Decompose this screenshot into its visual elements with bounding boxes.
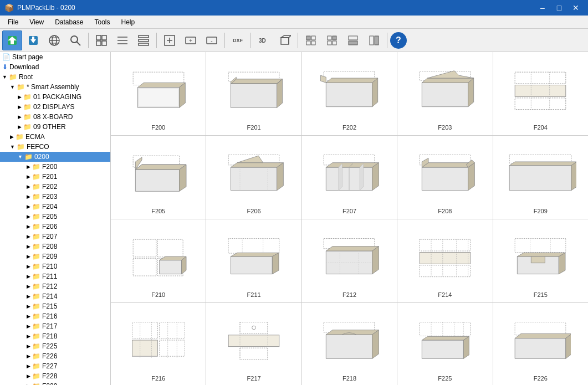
sidebar-item-packaging[interactable]: ▶ 📁 01 PACKAGING [0,92,110,102]
expand-smart[interactable]: ▼ [10,84,15,90]
menu-file[interactable]: File [2,17,24,27]
expand-fefco[interactable]: ▼ [10,144,15,150]
grid-cell-f214[interactable]: F214 [397,219,492,302]
toolbar-view2-button[interactable] [322,30,342,50]
sidebar-item-root[interactable]: ▼ 📁 Root [0,72,110,82]
sidebar-item-f202[interactable]: ▶ 📁 F202 [0,182,110,192]
sidebar-item-f226[interactable]: ▶ 📁 F226 [0,351,110,361]
toolbar-dxf-button[interactable]: DXF [228,30,248,50]
sidebar-item-0200[interactable]: ▼ 📁 0200 [0,152,110,162]
sidebar-item-f212[interactable]: ▶ 📁 F212 [0,281,110,291]
sidebar-item-f210[interactable]: ▶ 📁 F210 [0,261,110,271]
expand-f218[interactable]: ▶ [27,333,30,339]
grid-cell-f216[interactable]: F216 [111,303,206,385]
toolbar-view1-button[interactable] [301,30,321,50]
sidebar-item-f211[interactable]: ▶ 📁 F211 [0,271,110,281]
sidebar-item-f217[interactable]: ▶ 📁 F217 [0,321,110,331]
toolbar-3d2-button[interactable] [275,30,295,50]
expand-f214[interactable]: ▶ [27,294,30,299]
sidebar-item-f214[interactable]: ▶ 📁 F214 [0,291,110,301]
expand-f208[interactable]: ▶ [27,244,30,249]
sidebar-item-f227[interactable]: ▶ 📁 F227 [0,361,110,371]
expand-f210[interactable]: ▶ [27,264,30,269]
toolbar-home-button[interactable] [2,30,22,50]
sidebar-item-f215[interactable]: ▶ 📁 F215 [0,301,110,311]
toolbar-download-button[interactable] [23,30,43,50]
sidebar-item-displays[interactable]: ▶ 📁 02 DISPLAYS [0,102,110,112]
menu-help[interactable]: Help [116,17,141,27]
expand-f205[interactable]: ▶ [27,214,30,219]
toolbar-zoom-in-button[interactable]: + [181,30,201,50]
grid-cell-f209[interactable]: F209 [493,136,588,219]
toolbar-grid2-button[interactable] [113,30,132,50]
expand-f207[interactable]: ▶ [27,234,30,239]
sidebar-item-f209[interactable]: ▶ 📁 F209 [0,251,110,261]
expand-f209[interactable]: ▶ [27,254,30,259]
expand-f202[interactable]: ▶ [27,184,30,189]
menu-database[interactable]: Database [49,17,89,27]
expand-xb[interactable]: ▶ [18,114,22,120]
expand-f228[interactable]: ▶ [27,373,30,379]
toolbar-zoom-fit-button[interactable] [160,30,180,50]
toolbar-search-button[interactable] [65,30,85,50]
menu-view[interactable]: View [24,17,49,27]
grid-cell-f218[interactable]: F218 [302,303,397,385]
grid-cell-f217[interactable]: F217 [206,303,301,385]
grid-cell-f200[interactable]: F200 [111,52,206,135]
toolbar-3d1-button[interactable]: 3D [254,30,274,50]
sidebar-item-fefco[interactable]: ▼ 📁 FEFCO [0,142,110,152]
sidebar-item-smartassembly[interactable]: ▼ 📁 * Smart Assembly [0,82,110,92]
expand-f215[interactable]: ▶ [27,304,30,309]
sidebar-item-f225[interactable]: ▶ 📁 F225 [0,341,110,351]
maximize-button[interactable]: □ [551,2,567,14]
sidebar-item-other[interactable]: ▶ 📁 09 OTHER [0,122,110,132]
sidebar-item-f206[interactable]: ▶ 📁 F206 [0,222,110,232]
sidebar-item-f200[interactable]: ▶ 📁 F200 [0,162,110,172]
grid-cell-f211[interactable]: F211 [206,219,301,302]
expand-f227[interactable]: ▶ [27,363,30,369]
expand-f216[interactable]: ▶ [27,314,30,319]
toolbar-view4-button[interactable] [364,30,384,50]
expand-f204[interactable]: ▶ [27,204,30,209]
expand-f211[interactable]: ▶ [27,274,30,279]
expand-f201[interactable]: ▶ [27,174,30,179]
grid-cell-f208[interactable]: F208 [397,136,492,219]
expand-disp[interactable]: ▶ [18,104,22,110]
menu-tools[interactable]: Tools [89,17,116,27]
expand-f200[interactable]: ▶ [27,164,30,170]
toolbar-help-button[interactable]: ? [390,32,407,49]
expand-ecma[interactable]: ▶ [10,134,14,140]
sidebar-item-f203[interactable]: ▶ 📁 F203 [0,192,110,202]
sidebar-item-xboard[interactable]: ▶ 📁 08 X-BOARD [0,112,110,122]
sidebar-item-f208[interactable]: ▶ 📁 F208 [0,242,110,251]
close-button[interactable]: ✕ [568,2,584,14]
toolbar-grid3-button[interactable] [134,30,154,50]
sidebar-item-ecma[interactable]: ▶ 📁 ECMA [0,132,110,142]
toolbar-zoom-out-button[interactable]: - [202,30,222,50]
expand-f226[interactable]: ▶ [27,353,30,359]
sidebar-item-f204[interactable]: ▶ 📁 F204 [0,202,110,212]
expand-f225[interactable]: ▶ [27,343,30,349]
grid-cell-f210[interactable]: F210 [111,219,206,302]
sidebar-item-f218[interactable]: ▶ 📁 F218 [0,331,110,341]
expand-oth[interactable]: ▶ [18,124,22,130]
grid-cell-f203[interactable]: F203 [397,52,492,135]
toolbar-globe-button[interactable] [44,30,64,50]
grid-cell-f207[interactable]: F207 [302,136,397,219]
grid-cell-f202[interactable]: F202 [302,52,397,135]
sidebar-item-f229[interactable]: ▶ 📁 F229 [0,381,110,385]
expand-0200[interactable]: ▼ [18,154,23,160]
sidebar-item-f216[interactable]: ▶ 📁 F216 [0,311,110,321]
grid-cell-f212[interactable]: F212 [302,219,397,302]
grid-cell-f215[interactable]: F215 [493,219,588,302]
toolbar-grid1-button[interactable] [91,30,111,50]
expand-f212[interactable]: ▶ [27,284,30,289]
expand-f206[interactable]: ▶ [27,224,30,229]
expand-f217[interactable]: ▶ [27,324,30,329]
grid-cell-f226[interactable]: F226 [493,303,588,385]
sidebar-item-f205[interactable]: ▶ 📁 F205 [0,212,110,222]
expand-f203[interactable]: ▶ [27,194,30,199]
grid-cell-f204[interactable]: F204 [493,52,588,135]
grid-cell-f205[interactable]: F205 [111,136,206,219]
toolbar-view3-button[interactable] [343,30,363,50]
